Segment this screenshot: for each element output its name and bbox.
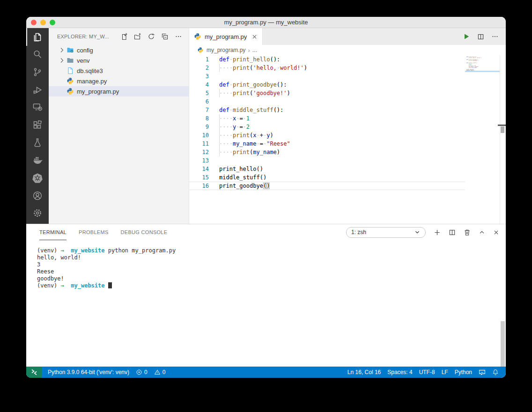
code-line-1[interactable]: 1 def·print_hello(): xyxy=(189,55,465,64)
breadcrumb-more[interactable]: ... xyxy=(252,47,257,53)
activity-item-extensions[interactable] xyxy=(26,116,49,134)
code-line-10[interactable]: 10 ····print(x·+·y) xyxy=(189,131,465,140)
split-editor-icon[interactable] xyxy=(477,33,484,40)
tab-label: my_program.py xyxy=(205,33,247,40)
title-bar: my_program.py — my_website xyxy=(26,17,506,28)
python-icon xyxy=(66,88,74,95)
status-item-bell[interactable] xyxy=(489,367,502,378)
terminal-line: (venv) → my_website python my_program.py xyxy=(37,247,506,254)
tree-item-label: venv xyxy=(77,57,89,64)
code-line-16[interactable]: 16 print_goodbye() xyxy=(189,182,465,190)
status-item-warning[interactable]: 0 xyxy=(151,367,169,378)
chevron-up-icon[interactable] xyxy=(479,229,485,235)
breadcrumb-file[interactable]: my_program.py xyxy=(207,47,245,53)
activity-item-explorer[interactable] xyxy=(26,28,49,46)
line-number: 11 xyxy=(189,140,209,148)
terminal-line: (venv) → my_website xyxy=(37,282,506,289)
feedback-icon xyxy=(479,369,486,376)
terminal-scrollbar[interactable] xyxy=(501,321,505,367)
code-editor[interactable]: 1 def·print_hello(): 2 ····print('hello,… xyxy=(189,55,506,224)
terminal-line: 3 xyxy=(37,261,506,268)
chevron-right-icon: › xyxy=(248,47,250,54)
add-icon[interactable] xyxy=(434,229,441,236)
activity-item-source-control[interactable] xyxy=(26,63,49,81)
kubernetes-icon xyxy=(32,172,43,184)
tab-my-program[interactable]: my_program.py xyxy=(189,28,263,45)
line-number: 16 xyxy=(189,182,209,190)
close-tab-icon[interactable] xyxy=(251,34,258,40)
terminal-output[interactable]: (venv) → my_website python my_program.py… xyxy=(26,240,506,367)
line-number: 12 xyxy=(189,148,209,156)
editor-scrollbar[interactable] xyxy=(501,126,504,133)
code-line-8[interactable]: 8 ····x·=·1 xyxy=(189,114,465,123)
code-line-15[interactable]: 15 middle_stuff() xyxy=(189,173,465,182)
tree-item-db-sqlite3[interactable]: db.sqlite3 xyxy=(49,66,189,76)
activity-item-kubernetes[interactable] xyxy=(26,169,49,187)
code-line-11[interactable]: 11 ····my_name·=·"Reese" xyxy=(189,140,465,148)
status-item-lf[interactable]: LF xyxy=(438,367,451,378)
line-number: 10 xyxy=(189,131,209,140)
new-folder-icon[interactable] xyxy=(134,33,141,40)
code-line-9[interactable]: 9 ····y·=·2 xyxy=(189,123,465,131)
trash-icon[interactable] xyxy=(464,229,471,236)
line-number: 4 xyxy=(189,81,209,89)
panel-tab-problems[interactable]: PROBLEMS xyxy=(79,224,109,240)
code-line-14[interactable]: 14 print_hello() xyxy=(189,165,465,173)
status-item-python-3-9-0-64-bit-venv-venv-[interactable]: Python 3.9.0 64-bit ('venv': venv) xyxy=(44,367,133,378)
tree-item-label: manage.py xyxy=(77,78,107,85)
status-item-error[interactable]: 0 xyxy=(133,367,151,378)
more-icon[interactable] xyxy=(491,33,499,40)
terminal-line: Reese xyxy=(37,268,506,275)
run-icon[interactable] xyxy=(463,33,470,40)
tree-item-venv[interactable]: venv xyxy=(49,55,189,66)
split-panel-icon[interactable] xyxy=(449,229,456,236)
more-icon[interactable] xyxy=(175,33,182,40)
collapse-all-icon[interactable] xyxy=(161,33,169,40)
activity-item-docker[interactable] xyxy=(26,151,49,169)
status-item-ln-16-col-16[interactable]: Ln 16, Col 16 xyxy=(344,367,384,378)
terminal-shell-select[interactable]: 1: zsh xyxy=(346,227,426,238)
line-number: 3 xyxy=(189,72,209,81)
status-right: Ln 16, Col 16Spaces: 4UTF-8LFPython xyxy=(344,367,506,378)
refresh-icon[interactable] xyxy=(148,33,155,40)
activity-item-search[interactable] xyxy=(26,46,49,64)
activity-item-settings[interactable] xyxy=(26,204,49,222)
testing-icon xyxy=(32,137,43,148)
tree-item-manage-py[interactable]: manage.py xyxy=(49,76,189,86)
chevron-right-icon xyxy=(58,57,66,64)
status-item-utf-8[interactable]: UTF-8 xyxy=(416,367,438,378)
code-line-12[interactable]: 12 ····print(my_name) xyxy=(189,148,465,156)
line-number: 7 xyxy=(189,106,209,114)
tree-item-label: config xyxy=(77,47,93,54)
code-line-2[interactable]: 2 ····print('hello,·world!') xyxy=(189,64,465,72)
line-number: 9 xyxy=(189,123,209,131)
activity-item-testing[interactable] xyxy=(26,134,49,152)
new-file-icon[interactable] xyxy=(120,33,128,40)
close-icon[interactable] xyxy=(493,229,499,235)
code-line-5[interactable]: 5 ····print('goodbye!') xyxy=(189,89,465,97)
panel-tab-debug-console[interactable]: DEBUG CONSOLE xyxy=(121,224,168,240)
status-item-feedback[interactable] xyxy=(475,367,489,378)
tree-item-label: db.sqlite3 xyxy=(77,67,103,74)
code-line-7[interactable]: 7 def·middle_stuff(): xyxy=(189,106,465,114)
code-line-3[interactable]: 3 xyxy=(189,72,465,81)
line-number: 1 xyxy=(189,55,209,64)
minimap[interactable]: def·print_hello():····print('hello,·worl… xyxy=(465,55,500,224)
overview-ruler xyxy=(500,55,506,224)
line-number: 6 xyxy=(189,97,209,106)
editor-group: my_program.py my_program.py › ... 1 def·… xyxy=(189,28,506,224)
code-line-13[interactable]: 13 xyxy=(189,156,465,165)
status-item-spaces-4[interactable]: Spaces: 4 xyxy=(384,367,415,378)
python-icon xyxy=(197,47,204,53)
status-item-remote[interactable] xyxy=(26,367,42,378)
explorer-icon xyxy=(32,31,43,43)
status-item-python[interactable]: Python xyxy=(451,367,475,378)
activity-item-run-debug[interactable] xyxy=(26,81,49,99)
activity-item-remote-explorer[interactable] xyxy=(26,99,49,117)
code-line-4[interactable]: 4 def·print_goodbye(): xyxy=(189,81,465,89)
tree-item-my-program-py[interactable]: my_program.py xyxy=(49,86,189,96)
activity-item-accounts[interactable] xyxy=(26,187,49,205)
panel-tab-terminal[interactable]: TERMINAL xyxy=(39,224,66,240)
tree-item-config[interactable]: config xyxy=(49,45,189,55)
code-line-6[interactable]: 6 xyxy=(189,97,465,106)
